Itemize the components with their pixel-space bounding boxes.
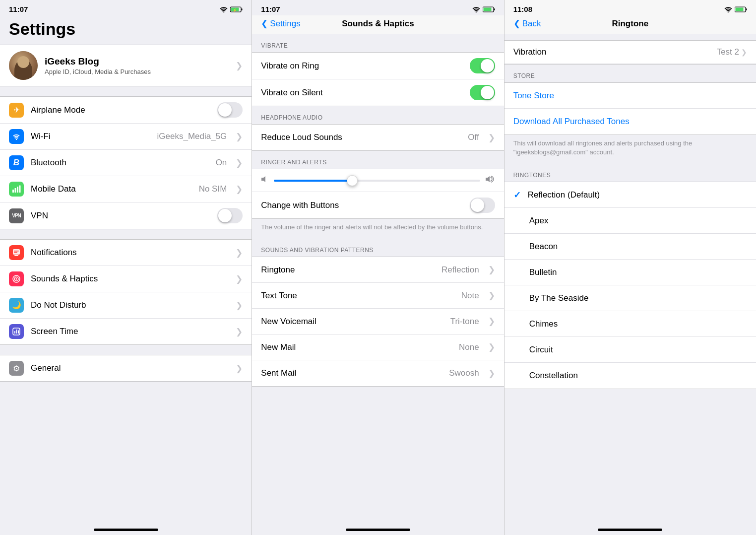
changewithbuttons-toggle[interactable] [470,198,495,213]
svg-rect-19 [16,330,17,334]
page-title: Settings [0,15,252,45]
vibratesilent-toggle[interactable] [470,85,495,100]
notifications-row[interactable]: Notifications ❯ [0,240,252,266]
tone-store-row[interactable]: Tone Store [504,83,756,109]
bluetooth-value: On [216,158,227,168]
wifi-row[interactable]: Wi-Fi iGeeks_Media_5G ❯ [0,124,252,150]
newvoicemail-row[interactable]: New Voicemail Tri-tone ❯ [252,309,504,334]
battery-icon-1: ⚡ [230,6,243,12]
third-group: ⚙ General ❯ [0,355,252,382]
svg-point-21 [475,11,477,12]
ringtone-row[interactable]: Ringtone Reflection ❯ [252,257,504,283]
volume-slider[interactable] [274,180,480,182]
vibratesilent-row[interactable]: Vibrate on Silent [252,79,504,106]
ringtone-chevron: ❯ [488,265,495,275]
settings-scroll: ✈ Airplane Mode Wi-Fi iGeeks_Media [0,96,252,525]
home-indicator-2 [346,529,410,531]
ringtone-value: Reflection [441,265,479,275]
ringtone-item-beacon[interactable]: Beacon [504,234,756,260]
svg-rect-8 [17,187,18,193]
texttone-row[interactable]: Text Tone Note ❯ [252,283,504,309]
ringtone-item-constellation[interactable]: Constellation [504,363,756,389]
changewithbuttons-row[interactable]: Change with Buttons [252,192,504,218]
ringtone-item-reflection[interactable]: ✓ Reflection (Default) [504,182,756,208]
ringtone-item-label-apex: Apex [529,216,747,226]
newmail-label: New Mail [261,342,452,352]
svg-rect-11 [14,255,18,256]
download-all-label: Download All Purchased Tones [513,117,747,127]
wifi-icon-2 [472,6,480,12]
back-label-3: Back [522,19,541,29]
sounds-row[interactable]: Sounds & Haptics ❯ [0,266,252,292]
home-indicator-3 [598,529,662,531]
reduceloud-row[interactable]: Reduce Loud Sounds Off ❯ [252,125,504,150]
connectivity-group: ✈ Airplane Mode Wi-Fi iGeeks_Media [0,96,252,229]
vpn-row[interactable]: VPN VPN [0,202,252,229]
newvoicemail-label: New Voicemail [261,317,443,327]
dnd-icon: 🌙 [9,298,24,313]
vpn-toggle[interactable] [217,208,243,223]
dnd-row[interactable]: 🌙 Do Not Disturb ❯ [0,292,252,319]
ringtone-item-label-constellation: Constellation [529,371,747,381]
screentime-row[interactable]: Screen Time ❯ [0,319,252,344]
newmail-value: None [459,342,479,352]
back-to-settings[interactable]: ❮ Settings [261,18,300,29]
notifications-icon [9,245,24,260]
general-row[interactable]: ⚙ General ❯ [0,355,252,381]
store-section: Tone Store Download All Purchased Tones [504,82,756,135]
svg-rect-24 [483,7,491,11]
volume-slider-row [252,169,504,192]
profile-row[interactable]: iGeeks Blog Apple ID, iCloud, Media & Pu… [0,45,252,86]
sentmail-row[interactable]: Sent Mail Swoosh ❯ [252,360,504,386]
svg-rect-12 [14,251,19,252]
notifications-chevron: ❯ [236,248,243,258]
vibrateonring-toggle[interactable] [470,58,495,73]
bluetooth-row[interactable]: B Bluetooth On ❯ [0,150,252,176]
ringtone-item-bulletin[interactable]: Bulletin [504,260,756,285]
newmail-row[interactable]: New Mail None ❯ [252,334,504,360]
screentime-label: Screen Time [31,327,229,336]
svg-point-5 [16,139,17,140]
ringtone-panel: 11:08 ❮ Back Ringtone Vibrat [504,0,756,535]
svg-rect-6 [12,190,14,193]
changewithbuttons-label: Change with Buttons [261,201,462,210]
sentmail-value: Swoosh [449,368,479,378]
mobiledata-row[interactable]: Mobile Data No SIM ❯ [0,176,252,202]
vibrateonring-row[interactable]: Vibrate on Ring [252,53,504,79]
mobiledata-label: Mobile Data [31,184,192,194]
ringtone-item-circuit[interactable]: Circuit [504,337,756,363]
status-bar-3: 11:08 [504,0,756,15]
status-icons-2 [472,6,495,12]
sounds-icon [9,271,24,286]
airplane-row[interactable]: ✈ Airplane Mode [0,97,252,124]
airplane-label: Airplane Mode [31,105,210,115]
general-icon: ⚙ [9,361,24,376]
status-bar-1: 11:07 ⚡ [0,0,252,15]
svg-marker-26 [486,176,490,182]
svg-rect-9 [19,186,21,193]
svg-rect-7 [15,188,16,193]
back-label: Settings [270,19,300,29]
svg-text:⚡: ⚡ [233,8,237,12]
vibration-section: Vibration Test 2 ❯ [504,40,756,65]
ringtone-item-bytheseaside[interactable]: By The Seaside [504,285,756,311]
svg-point-27 [728,11,729,12]
ringtone-item-apex[interactable]: Apex [504,208,756,234]
battery-icon-2 [483,6,495,12]
store-header: STORE [504,65,756,82]
avatar [9,51,38,80]
sounds-nav: ❮ Settings Sounds & Haptics [252,15,504,34]
back-to-sounds[interactable]: ❮ Back [513,18,541,29]
svg-rect-20 [18,331,19,334]
ringtone-nav: ❮ Back Ringtone [504,15,756,34]
vibration-row[interactable]: Vibration Test 2 ❯ [504,41,756,64]
vibration-value: Test 2 [717,47,739,57]
time-1: 11:07 [9,5,28,13]
texttone-label: Text Tone [261,291,454,301]
svg-rect-13 [14,252,17,253]
airplane-toggle[interactable] [217,102,243,118]
ringtone-item-chimes[interactable]: Chimes [504,311,756,337]
download-all-row[interactable]: Download All Purchased Tones [504,109,756,134]
bluetooth-chevron: ❯ [236,158,243,168]
screentime-chevron: ❯ [236,327,243,337]
